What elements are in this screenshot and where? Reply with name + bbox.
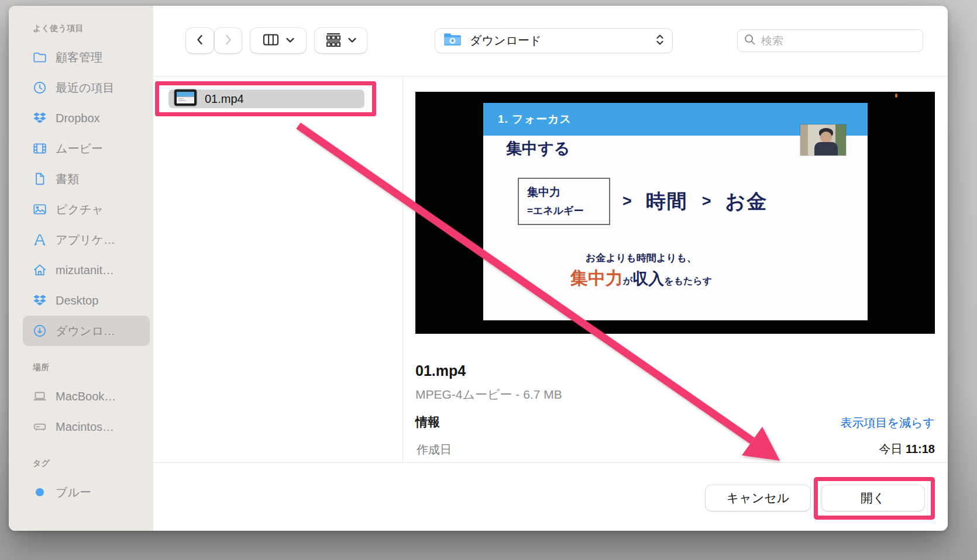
gt-symbol: > <box>702 192 711 210</box>
sidebar-item-documents[interactable]: 書類 <box>23 164 150 194</box>
sidebar-item-label: ブルー <box>56 485 91 500</box>
annotation-open-highlight <box>814 477 935 520</box>
sidebar-item-label: 書類 <box>56 171 79 187</box>
sidebar-item-applications[interactable]: アプリケ… <box>23 224 150 255</box>
file-name: 01.mp4 <box>205 92 244 106</box>
slide-heading: 集中する <box>506 138 570 159</box>
sidebar-item-label: アプリケ… <box>56 232 115 248</box>
sidebar-item-pictures[interactable]: ピクチャ <box>23 194 150 224</box>
column-divider <box>403 77 403 462</box>
group-sort-button[interactable] <box>315 28 367 53</box>
sidebar-item-label: ダウンロ… <box>56 323 115 339</box>
home-icon <box>31 262 49 278</box>
sidebar-item-label: 最近の項目 <box>56 80 114 96</box>
sidebar-item-macintosh-hd[interactable]: Macintos… <box>23 412 150 442</box>
slide-caption-line1: お金よりも時間よりも、 <box>483 251 799 265</box>
term-money: お金 <box>725 188 768 215</box>
comparison-row: > 時間 > お金 <box>622 178 768 225</box>
video-preview: 1. フォーカス 集中する 集中力 =エネルギー > 時間 > お金 お金よりも… <box>415 92 935 334</box>
video-file-icon <box>174 89 197 109</box>
cancel-button[interactable]: キャンセル <box>706 485 810 511</box>
downloads-folder-icon <box>443 32 462 50</box>
applications-icon <box>31 232 49 247</box>
annotation-file-highlight: 01.mp4 <box>155 81 376 116</box>
document-icon <box>31 171 49 186</box>
focus-equation-box: 集中力 =エネルギー <box>518 178 610 225</box>
sidebar-item-label: Macintos… <box>56 420 114 434</box>
webcam-thumbnail <box>800 125 846 155</box>
sidebar-item-tag-blue[interactable]: ブルー <box>23 477 150 507</box>
sidebar-item-macbook[interactable]: MacBook… <box>23 381 150 412</box>
dropbox-icon <box>31 110 49 126</box>
sidebar-item-dropbox[interactable]: Dropbox <box>23 103 150 133</box>
slide-frame: 1. フォーカス 集中する 集中力 =エネルギー > 時間 > お金 お金よりも… <box>483 103 868 320</box>
show-less-link[interactable]: 表示項目を減らす <box>841 415 935 431</box>
sidebar-item-label: ムービー <box>56 141 103 157</box>
gt-symbol: > <box>622 192 632 210</box>
location-label: ダウンロード <box>470 33 655 49</box>
preview-file-title: 01.mp4 <box>415 362 466 379</box>
term-time: 時間 <box>646 188 688 215</box>
file-row-01mp4[interactable]: 01.mp4 <box>168 89 364 108</box>
focus-box-line1: 集中力 <box>527 185 609 200</box>
caption-emphasis: 集中力 <box>570 268 623 288</box>
folder-icon <box>31 50 49 65</box>
sidebar-item-movies[interactable]: ムービー <box>23 133 150 164</box>
chevron-down-icon <box>285 36 295 46</box>
sidebar-item-downloads[interactable]: ダウンロ… <box>23 316 150 346</box>
location-dropdown[interactable]: ダウンロード <box>435 28 673 53</box>
search-icon <box>744 33 756 48</box>
columns-view-icon <box>262 33 280 49</box>
focus-box-line2: =エネルギー <box>527 204 609 217</box>
sidebar: よく使う項目 顧客管理 最近の項目 Dropbox ムービー <box>9 6 153 531</box>
slide-caption-line2: 集中力が収入をもたらす <box>483 267 799 291</box>
open-file-dialog-window: よく使う項目 顧客管理 最近の項目 Dropbox ムービー <box>9 6 948 531</box>
sidebar-item-label: 顧客管理 <box>56 50 102 65</box>
recording-dot-icon <box>895 94 897 98</box>
sidebar-item-label: ピクチャ <box>56 202 104 217</box>
sidebar-section-favorites: よく使う項目 <box>33 23 150 34</box>
group-view-icon <box>325 32 342 50</box>
view-mode-button[interactable] <box>250 28 306 53</box>
created-date-label: 作成日 <box>417 442 452 458</box>
sidebar-item-label: Dropbox <box>56 112 100 125</box>
sidebar-item-desktop[interactable]: Desktop <box>23 285 150 316</box>
clock-icon <box>31 80 49 95</box>
sidebar-item-customer-management[interactable]: 顧客管理 <box>23 42 150 72</box>
sidebar-item-recents[interactable]: 最近の項目 <box>23 72 150 103</box>
toolbar-divider <box>153 76 948 77</box>
chevron-right-icon <box>221 33 235 49</box>
info-section-label: 情報 <box>415 414 440 430</box>
search-input[interactable] <box>761 34 917 47</box>
back-button[interactable] <box>186 28 214 53</box>
sidebar-section-locations: 場所 <box>33 362 150 373</box>
search-field[interactable] <box>737 29 923 52</box>
sidebar-section-tags: タグ <box>33 458 150 469</box>
chevron-down-icon <box>348 36 357 46</box>
pictures-icon <box>31 202 49 217</box>
sidebar-item-label: Desktop <box>56 294 98 307</box>
download-circle-icon <box>31 323 49 338</box>
film-icon <box>31 141 49 156</box>
info-bottom-divider <box>153 462 948 463</box>
chevron-left-icon <box>193 33 207 49</box>
blue-tag-dot-icon <box>31 485 49 500</box>
created-date-value: 今日 11:18 <box>879 441 935 457</box>
stepper-chevrons-icon <box>655 33 665 49</box>
sidebar-item-label: mizutanit… <box>56 264 114 277</box>
forward-button[interactable] <box>215 28 242 53</box>
sidebar-item-label: MacBook… <box>56 390 116 403</box>
laptop-icon <box>31 389 49 404</box>
dropbox-icon <box>31 293 49 308</box>
hard-drive-icon <box>31 419 49 434</box>
sidebar-item-home[interactable]: mizutanit… <box>23 255 150 285</box>
preview-file-meta: MPEG-4ムービー - 6.7 MB <box>415 386 562 403</box>
